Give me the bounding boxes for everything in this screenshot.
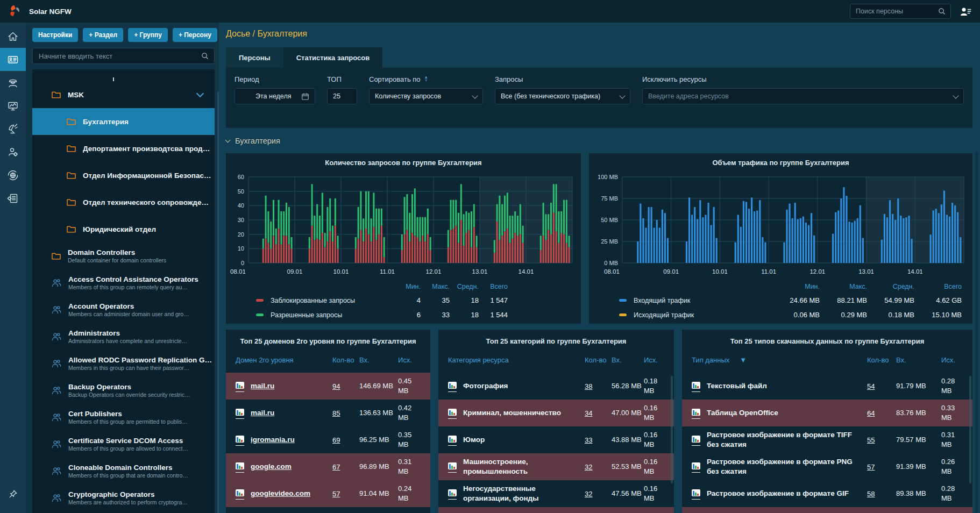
column-header[interactable]: Вх. bbox=[896, 356, 941, 365]
tree-folder-item[interactable]: Domain ControllersDefault container for … bbox=[32, 243, 215, 269]
tree-group-item[interactable]: Account OperatorsMembers can administer … bbox=[32, 296, 215, 323]
svg-text:12.01: 12.01 bbox=[809, 268, 825, 275]
tree-group-item[interactable]: Allowed RODC Password Replication G…Memb… bbox=[32, 350, 215, 377]
request-count-link[interactable]: 85 bbox=[332, 409, 340, 417]
table-row: igromania.ru6996.25 MB0.35 MB bbox=[226, 426, 430, 453]
tree-item-subtitle: Members of this group are permitted to p… bbox=[68, 418, 188, 425]
column-header[interactable]: Домен 2го уровня bbox=[236, 356, 332, 365]
nav-user-settings[interactable] bbox=[0, 140, 26, 163]
group-section-header[interactable]: Бухгалтерия bbox=[226, 136, 972, 146]
site-favicon bbox=[236, 488, 244, 500]
tree-search-input[interactable] bbox=[38, 52, 201, 61]
add-section-button[interactable]: + Раздел bbox=[83, 28, 123, 42]
tree-item-subtitle: Members can administer domain user and g… bbox=[68, 311, 189, 317]
pin-sidebar[interactable] bbox=[0, 482, 26, 505]
request-count-link[interactable]: 94 bbox=[332, 382, 340, 390]
request-count-link[interactable]: 34 bbox=[585, 409, 592, 417]
row-name[interactable]: google.com bbox=[251, 462, 292, 472]
column-header[interactable]: Тип данных▼ bbox=[692, 356, 867, 365]
person-search-input[interactable] bbox=[855, 7, 938, 16]
legend-row: Исходящий трафик0.06 MB0.29 MB0.18 MB15.… bbox=[593, 308, 968, 322]
nav-security-officer[interactable] bbox=[0, 71, 26, 94]
stats-header: Макс. bbox=[421, 283, 450, 290]
column-header[interactable]: Кол-во bbox=[332, 356, 359, 365]
request-count-link[interactable]: 32 bbox=[585, 463, 592, 471]
nav-remote-sensors[interactable] bbox=[0, 117, 26, 140]
outbound-value: 0.42 MB bbox=[398, 403, 424, 422]
exclude-resources-input[interactable]: Введите адреса ресурсов bbox=[642, 88, 964, 104]
request-count-link[interactable]: 57 bbox=[332, 490, 340, 498]
row-name[interactable]: igromania.ru bbox=[251, 435, 295, 445]
add-group-button[interactable]: + Группу bbox=[128, 28, 168, 42]
nav-web-control[interactable] bbox=[0, 163, 26, 187]
sort-direction-icon[interactable]: ▲▼ bbox=[424, 76, 428, 82]
outbound-value: 0.33 MB bbox=[941, 403, 966, 422]
tree-group-item[interactable]: Access Control Assistance OperatorsMembe… bbox=[32, 269, 215, 296]
nav-persons-dossier[interactable] bbox=[0, 48, 26, 71]
request-count-link[interactable]: 67 bbox=[332, 463, 340, 471]
tree-folder-item[interactable]: Депортамент производтсва прод… bbox=[32, 135, 215, 162]
column-header[interactable]: Вх. bbox=[612, 356, 644, 365]
user-account-icon[interactable] bbox=[960, 6, 971, 17]
request-count-link[interactable]: 58 bbox=[867, 490, 875, 498]
period-picker[interactable]: Эта неделя bbox=[235, 88, 315, 104]
stat-max: 0.29 MB bbox=[820, 311, 867, 319]
nav-monitoring[interactable] bbox=[0, 94, 26, 117]
filters-panel: Период Эта неделя ТОП 25 Сортировать по bbox=[226, 68, 972, 128]
request-count-link[interactable]: 64 bbox=[867, 409, 875, 417]
table-scrollbar[interactable] bbox=[969, 376, 971, 483]
row-name[interactable]: googlevideo.com bbox=[251, 489, 310, 498]
nav-home[interactable] bbox=[0, 25, 26, 48]
column-header[interactable]: Исх. bbox=[398, 356, 424, 365]
tree-group-item[interactable]: Certificate Service DCOM AccessMembers o… bbox=[32, 431, 215, 458]
column-header[interactable]: Кол-во bbox=[585, 356, 612, 365]
row-name[interactable]: mail.ru bbox=[251, 408, 274, 418]
row-name[interactable]: mail.ru bbox=[251, 381, 274, 391]
tree-group-item[interactable]: Backup OperatorsBackup Operators can ove… bbox=[32, 377, 215, 404]
table-row: 0.29 MB bbox=[682, 507, 972, 513]
main-scrollbar[interactable] bbox=[975, 152, 978, 513]
tree-folder-item[interactable]: MSK bbox=[32, 81, 215, 108]
tree-group-item[interactable]: Cert PublishersMembers of this group are… bbox=[32, 404, 215, 431]
request-count-link[interactable]: 69 bbox=[332, 436, 340, 444]
sort-by-select[interactable]: Количеству запросов bbox=[369, 88, 483, 104]
tree-search-box[interactable] bbox=[32, 48, 215, 64]
tree-folder-item[interactable]: Бухгалтерия bbox=[32, 108, 215, 135]
top-count-input[interactable]: 25 bbox=[327, 88, 357, 104]
person-search-box[interactable] bbox=[850, 4, 951, 19]
table-scrollbar[interactable] bbox=[671, 376, 673, 483]
tree-group-item[interactable]: AdministratorsAdministrators have comple… bbox=[32, 323, 215, 350]
svg-text:50 MB: 50 MB bbox=[601, 217, 618, 223]
group-icon bbox=[52, 305, 61, 314]
row-name: Растровое изображение в формате GIF bbox=[707, 489, 849, 498]
request-count-link[interactable]: 38 bbox=[585, 382, 592, 390]
request-count-link[interactable]: 57 bbox=[867, 463, 875, 471]
request-count-link[interactable]: 33 bbox=[585, 436, 592, 444]
tree-folder-item[interactable]: Отдел Информационной Безопас… bbox=[32, 162, 215, 189]
tree-group-item[interactable]: Cloneable Domain ControllersMembers of t… bbox=[32, 458, 215, 484]
table-row: Юмор3343.88 MB0.16 MB bbox=[438, 426, 674, 453]
stat-total: 15.10 MB bbox=[914, 311, 962, 319]
stat-avg: 18 bbox=[450, 296, 479, 304]
column-header[interactable]: Категория ресурса bbox=[448, 356, 585, 365]
tree-group-item[interactable]: Cryptographic OperatorsMembers are autho… bbox=[32, 484, 215, 511]
tab-request-statistics[interactable]: Статистика запросов bbox=[283, 47, 383, 68]
table-row: Негосударственные организации, фонды3247… bbox=[438, 480, 674, 507]
column-header[interactable]: Кол-во bbox=[867, 356, 896, 365]
tree-folder-item[interactable]: Юридический отдел bbox=[32, 216, 215, 243]
stat-min: 4 bbox=[392, 296, 421, 304]
nav-policies[interactable] bbox=[0, 187, 26, 210]
add-person-button[interactable]: + Персону bbox=[173, 28, 217, 42]
request-count-link[interactable]: 55 bbox=[867, 436, 875, 444]
tree-folder-item[interactable]: Отдел технического сопровожде… bbox=[32, 189, 215, 216]
request-count-link[interactable]: 32 bbox=[585, 490, 592, 498]
chevron-down-icon[interactable] bbox=[196, 90, 204, 97]
sort-desc-icon: ▼ bbox=[740, 356, 747, 365]
column-header[interactable]: Исх. bbox=[941, 356, 966, 365]
column-header[interactable]: Исх. bbox=[644, 356, 667, 365]
requests-type-select[interactable]: Все (без технического трафика) bbox=[495, 88, 630, 104]
settings-button[interactable]: Настройки bbox=[32, 28, 78, 42]
column-header[interactable]: Вх. bbox=[359, 356, 398, 365]
request-count-link[interactable]: 54 bbox=[867, 382, 875, 390]
tab-persons[interactable]: Персоны bbox=[226, 47, 283, 68]
